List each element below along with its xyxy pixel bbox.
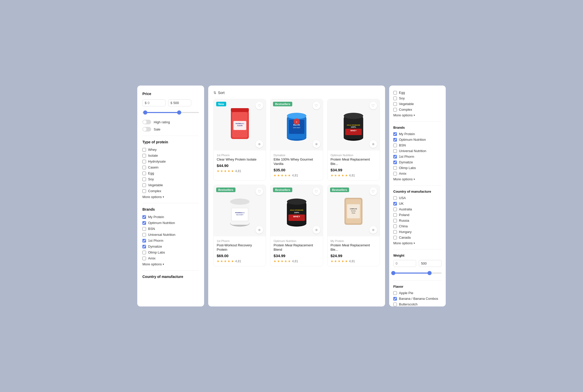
weight-min-input[interactable] [396, 262, 406, 265]
checkbox-input[interactable] [142, 172, 146, 175]
product-card[interactable]: ♡ ⊕ GOLD STANDARD 100% WHEY Optimum Nutr… [327, 99, 380, 181]
checkbox-input[interactable] [142, 154, 146, 157]
price-max-input[interactable] [173, 101, 186, 105]
checkbox-input[interactable] [393, 149, 397, 153]
checkbox-label: Whey [148, 148, 157, 152]
wishlist-button[interactable]: ♡ [256, 188, 263, 195]
wishlist-button[interactable]: ♡ [369, 102, 377, 109]
right-brands-more-btn[interactable]: More options ▾ [393, 177, 415, 181]
right-country-more-btn[interactable]: More options ▾ [393, 241, 415, 245]
checkbox-input[interactable] [393, 219, 397, 222]
wishlist-button[interactable]: ♡ [313, 188, 320, 195]
range-thumb-right[interactable] [177, 110, 181, 115]
product-brand: 1st Phorm [217, 154, 263, 157]
product-card[interactable]: Bestsellers ♡ ⊕ PHORMULA-1 RECOVERY 1st … [213, 185, 266, 266]
checkbox-input[interactable] [393, 102, 397, 106]
checkbox-input[interactable] [393, 172, 397, 175]
checkbox-input[interactable] [393, 155, 397, 158]
checkbox-input[interactable] [393, 108, 397, 111]
product-price: $69.00 [217, 254, 263, 258]
star-full-icon: ★ [224, 259, 227, 263]
checkbox-input[interactable] [142, 215, 146, 219]
product-price: $24.99 [331, 254, 377, 258]
compare-button[interactable]: ⊕ [369, 226, 377, 234]
checkbox-input[interactable] [142, 227, 146, 231]
checkbox-label: Casein [148, 165, 158, 169]
weight-range-slider[interactable] [393, 270, 442, 276]
checkbox-label: Poland [399, 213, 409, 217]
product-image-wrap: New ♡ ⊕ PHORMULA-1 CLEAR [214, 99, 266, 151]
checkbox-input[interactable] [393, 303, 397, 306]
checkbox-input[interactable] [393, 132, 397, 136]
checkbox-input[interactable] [393, 208, 397, 211]
checkbox-input[interactable] [393, 196, 397, 200]
checkbox-label: Amix [148, 256, 156, 260]
product-image-wrap: ♡ ⊕ GOLD STANDARD 100% WHEY [327, 99, 380, 151]
star-full-icon: ★ [334, 174, 337, 177]
checkbox-input[interactable] [393, 291, 397, 295]
product-brand: Optimum Nutrition [331, 154, 377, 157]
checkbox-input[interactable] [393, 202, 397, 206]
checkbox-input[interactable] [393, 230, 397, 234]
checkbox-input[interactable] [142, 221, 146, 225]
checkbox-input[interactable] [142, 148, 146, 152]
right-protein-more-options-btn[interactable]: More options ▾ [393, 113, 415, 117]
checkbox-input[interactable] [142, 257, 146, 260]
sale-toggle[interactable] [142, 127, 151, 132]
checkbox-input[interactable] [142, 233, 146, 237]
brands-more-options-btn[interactable]: More options ▾ [142, 262, 164, 266]
checkbox-item: Soy [142, 177, 199, 181]
checkbox-input[interactable] [142, 160, 146, 163]
checkbox-item: Optimum Nutrition [393, 138, 442, 142]
wishlist-button[interactable]: ♡ [313, 102, 320, 109]
checkbox-input[interactable] [393, 91, 397, 95]
star-full-icon: ★ [227, 169, 230, 173]
product-brand: My Protein [331, 239, 377, 242]
compare-button[interactable]: ⊕ [313, 140, 320, 148]
checkbox-input[interactable] [142, 183, 146, 187]
product-card[interactable]: New ♡ ⊕ PHORMULA-1 CLEAR 1st Phorm Clear… [213, 99, 266, 181]
compare-button[interactable]: ⊕ [369, 140, 377, 148]
product-card[interactable]: Bestsellers ♡ ⊕ COMPLETE Nutrition Shake… [327, 185, 380, 266]
product-price: $35.00 [274, 168, 320, 172]
weight-thumb-left[interactable] [391, 271, 395, 275]
checkbox-input[interactable] [393, 166, 397, 170]
checkbox-input[interactable] [142, 189, 146, 193]
product-info: Dymatize Elite 100% Whey Gourmet Vanilla… [270, 151, 323, 180]
checkbox-input[interactable] [393, 297, 397, 301]
svg-text:100% WHEY: 100% WHEY [293, 127, 300, 128]
product-card[interactable]: Bestsellers ♡ ⊕ GOLD STANDARD 100% WHEY … [270, 185, 323, 266]
star-full-icon: ★ [338, 259, 341, 263]
weight-max-input[interactable] [421, 262, 431, 265]
product-rating: ★★★★★ 4,81 [217, 259, 263, 263]
checkbox-input[interactable] [393, 225, 397, 228]
checkbox-input[interactable] [142, 178, 146, 181]
checkbox-input[interactable] [142, 239, 146, 242]
product-card[interactable]: Bestsellers ♡ ⊕ ELITE 100% WHEY D Dymati… [270, 99, 323, 181]
checkbox-input[interactable] [393, 236, 397, 239]
compare-button[interactable]: ⊕ [256, 226, 263, 234]
checkbox-item: Amix [393, 172, 442, 175]
checkbox-item: Butterscotch [393, 302, 442, 306]
checkbox-input[interactable] [393, 144, 397, 147]
wishlist-button[interactable]: ♡ [369, 188, 377, 195]
product-area: ⇅ Sort New ♡ ⊕ PHORMULA-1 CLEAR 1st Phor… [208, 86, 385, 306]
svg-text:Nutrition: Nutrition [351, 210, 356, 212]
checkbox-input[interactable] [393, 138, 397, 142]
checkbox-input[interactable] [393, 97, 397, 100]
brands-chevron-icon: ▾ [163, 263, 164, 266]
checkbox-input[interactable] [142, 166, 146, 169]
compare-button[interactable]: ⊕ [313, 226, 320, 234]
high-rating-toggle[interactable] [142, 120, 151, 124]
checkbox-item: Egg [142, 171, 199, 175]
checkbox-input[interactable] [393, 161, 397, 164]
price-min-input[interactable] [148, 101, 160, 105]
checkbox-input[interactable] [142, 245, 146, 248]
checkbox-input[interactable] [393, 213, 397, 217]
weight-thumb-right[interactable] [427, 271, 432, 275]
range-thumb-left[interactable] [143, 110, 147, 115]
protein-checkboxes: WheyIsolateHydrolysateCaseinEggSoyVegeta… [142, 148, 199, 193]
protein-more-options-btn[interactable]: More options ▾ [142, 195, 164, 199]
checkbox-input[interactable] [142, 251, 146, 254]
price-range-slider[interactable] [142, 110, 199, 115]
